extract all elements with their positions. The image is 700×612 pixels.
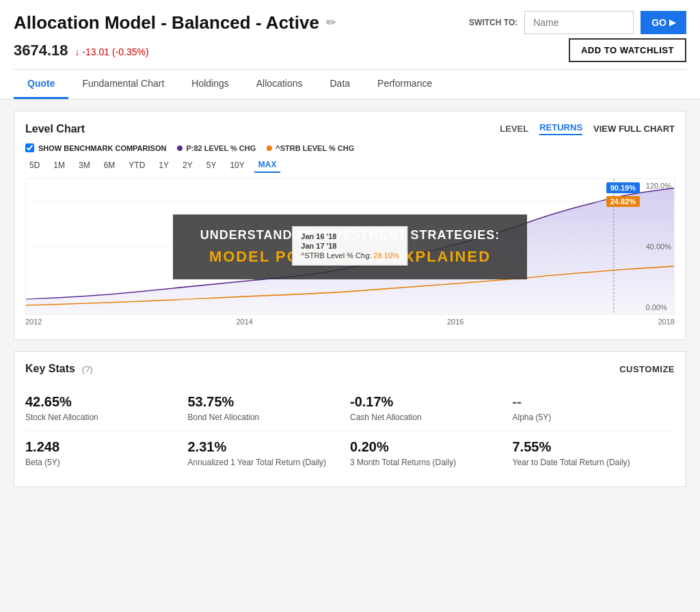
strb-dot-icon	[267, 145, 272, 151]
switch-to-label: SWITCH TO:	[469, 18, 517, 27]
chart-title: Level Chart	[25, 123, 85, 135]
stats-hint[interactable]: (?)	[82, 364, 93, 374]
stat-ytd-return: 7.55% Year to Date Total Return (Daily)	[513, 431, 675, 475]
period-6m[interactable]: 6M	[100, 158, 120, 172]
tooltip-date2: Jan 17 '18	[301, 242, 399, 250]
tab-fundamental-chart[interactable]: Fundamental Chart	[68, 70, 178, 99]
period-ytd[interactable]: YTD	[124, 158, 149, 172]
stat-cash-allocation: -0.17% Cash Net Allocation	[350, 386, 513, 431]
key-stats-section: Key Stats (?) CUSTOMIZE 42.65% Stock Net…	[14, 351, 686, 487]
tab-allocations[interactable]: Allocations	[243, 70, 317, 99]
edit-icon[interactable]: ✏	[326, 15, 336, 30]
chart-area: 120.0% 40.00% 0.00% 90.19% 24.82% UNDERS…	[25, 178, 675, 315]
stat-value-cash: -0.17%	[350, 394, 513, 410]
go-button[interactable]: GO ▶	[641, 11, 686, 34]
benchmark-checkbox-label[interactable]: SHOW BENCHMARK COMPARISON	[25, 143, 166, 152]
stats-row-2: 1.248 Beta (5Y) 2.31% Annualized 1 Year …	[25, 431, 675, 475]
legend-p82: P:82 LEVEL % CHG	[177, 144, 256, 152]
returns-button[interactable]: RETURNS	[539, 122, 582, 135]
customize-button[interactable]: CUSTOMIZE	[619, 364, 675, 374]
period-3m[interactable]: 3M	[75, 158, 94, 172]
go-arrow-icon: ▶	[669, 18, 675, 27]
stat-bond-allocation: 53.75% Bond Net Allocation	[188, 386, 351, 431]
x-axis-labels: 2012 2014 2016 2018	[25, 315, 675, 329]
period-2y[interactable]: 2Y	[178, 158, 197, 172]
stat-label-stock: Stock Net Allocation	[25, 413, 188, 422]
tab-performance[interactable]: Performance	[364, 70, 446, 99]
stat-label-alpha: Alpha (5Y)	[513, 413, 675, 422]
stat-label-3month: 3 Month Total Returns (Daily)	[350, 458, 513, 467]
stat-annualized-return: 2.31% Annualized 1 Year Total Return (Da…	[188, 431, 351, 475]
period-1y[interactable]: 1Y	[154, 158, 173, 172]
stat-alpha: -- Alpha (5Y)	[513, 386, 675, 431]
stat-stock-allocation: 42.65% Stock Net Allocation	[25, 386, 188, 431]
price-change: ↓ -13.01 (-0.35%)	[75, 46, 149, 57]
period-1m[interactable]: 1M	[49, 158, 69, 172]
add-watchlist-button[interactable]: ADD TO WATCHLIST	[569, 38, 686, 62]
chart-tooltip: Jan 16 '18 Jan 17 '18 ^STRB Level % Chg:…	[292, 226, 407, 266]
chart-section: Level Chart LEVEL RETURNS VIEW FULL CHAR…	[14, 111, 686, 340]
tab-quote[interactable]: Quote	[14, 70, 68, 99]
price-value: 3674.18	[14, 42, 68, 59]
stats-title: Key Stats	[25, 363, 75, 374]
view-full-chart-button[interactable]: VIEW FULL CHART	[593, 124, 675, 134]
period-10y[interactable]: 10Y	[226, 158, 248, 172]
tab-data[interactable]: Data	[316, 70, 364, 99]
stat-label-cash: Cash Net Allocation	[350, 413, 513, 422]
stat-value-3month: 0.20%	[350, 439, 513, 455]
stats-row-1: 42.65% Stock Net Allocation 53.75% Bond …	[25, 386, 675, 431]
stat-label-bond: Bond Net Allocation	[188, 413, 351, 422]
stat-label-ytd: Year to Date Total Return (Daily)	[513, 458, 675, 467]
stat-value-alpha: --	[513, 394, 675, 410]
nav-tabs: Quote Fundamental Chart Holdings Allocat…	[14, 69, 686, 99]
tab-holdings[interactable]: Holdings	[178, 70, 242, 99]
stat-value-stock: 42.65%	[25, 394, 188, 410]
p82-dot-icon	[177, 145, 183, 151]
stat-value-bond: 53.75%	[188, 394, 351, 410]
stat-label-beta: Beta (5Y)	[25, 458, 188, 467]
benchmark-checkbox[interactable]	[25, 143, 34, 152]
stat-value-annualized: 2.31%	[188, 439, 351, 455]
tooltip-value: ^STRB Level % Chg: 28.10%	[301, 251, 399, 260]
stat-beta: 1.248 Beta (5Y)	[25, 431, 188, 475]
tooltip-date1: Jan 16 '18	[301, 232, 399, 240]
page-title: Allocation Model - Balanced - Active	[14, 12, 319, 33]
stat-label-annualized: Annualized 1 Year Total Return (Daily)	[188, 458, 351, 467]
stat-3month-return: 0.20% 3 Month Total Returns (Daily)	[350, 431, 513, 475]
time-period-controls: 5D 1M 3M 6M YTD 1Y 2Y 5Y 10Y MAX	[25, 158, 675, 173]
period-5y[interactable]: 5Y	[202, 158, 221, 172]
stat-value-ytd: 7.55%	[513, 439, 675, 455]
level-button[interactable]: LEVEL	[500, 124, 528, 134]
period-max[interactable]: MAX	[254, 158, 281, 173]
switch-to-input[interactable]	[524, 11, 634, 34]
stat-value-beta: 1.248	[25, 439, 188, 455]
legend-strb: ^STRB LEVEL % CHG	[267, 144, 354, 152]
period-5d[interactable]: 5D	[25, 158, 44, 172]
